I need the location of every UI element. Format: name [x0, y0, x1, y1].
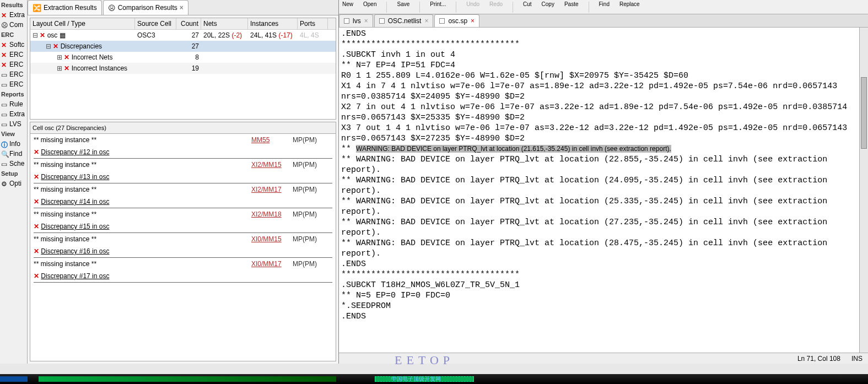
sidebar-find[interactable]: 🔍Find: [0, 149, 27, 159]
open-button[interactable]: Open: [363, 1, 376, 7]
col-instances[interactable]: Instances: [248, 18, 298, 29]
doc-icon: ▭: [1, 81, 8, 88]
instance-link[interactable]: XI0/MM17: [251, 260, 293, 268]
cut-button[interactable]: Cut: [523, 1, 532, 7]
reports-header: Reports: [0, 89, 27, 99]
text-editor[interactable]: .ENDS **********************************…: [339, 28, 859, 353]
instance-type: MP(PM): [293, 161, 317, 169]
collapse-icon[interactable]: ⊟: [33, 31, 38, 39]
x-icon: ✕: [1, 12, 8, 18]
find-button[interactable]: Find: [599, 1, 610, 7]
discrepancy-link[interactable]: Discrepancy #14 in osc: [41, 198, 109, 205]
sidebar-options[interactable]: ⚙Opti: [0, 179, 27, 188]
col-count[interactable]: Count: [176, 18, 201, 29]
tab-extraction[interactable]: 🔀Extraction Results: [28, 0, 102, 15]
print-button[interactable]: Print...: [430, 1, 446, 7]
paste-button[interactable]: Paste: [564, 1, 579, 7]
discrepancy-link[interactable]: Discrepancy #15 in osc: [41, 223, 109, 230]
divider: [513, 2, 513, 13]
tree-row-incorrect-nets[interactable]: ⊞ ✕ Incorrect Nets 8: [30, 52, 336, 63]
sidebar-compare[interactable]: ☹Com: [0, 20, 27, 30]
expand-icon[interactable]: ⊞: [57, 64, 62, 72]
instance-link[interactable]: XI0/MM15: [251, 235, 293, 243]
undo-button[interactable]: Undo: [466, 1, 479, 7]
tree-row-discrepancies[interactable]: ⊟ ✕ Discrepancies 27: [30, 41, 336, 52]
expand-icon[interactable]: ⊞: [57, 53, 62, 61]
sidebar-lvs[interactable]: ▭LVS: [0, 119, 27, 129]
discrepancy-link[interactable]: Discrepancy #12 in osc: [41, 148, 109, 156]
sidebar-extract[interactable]: ✕Extra: [0, 10, 27, 20]
instance-type: MP(PM): [293, 260, 317, 268]
doc-icon: ▭: [1, 111, 8, 117]
results-panel: 🔀Extraction Results ☹Comparison Results×…: [28, 0, 339, 364]
detail-header: Cell osc (27 Discrepancies): [30, 122, 336, 133]
divider: [589, 2, 589, 13]
replace-button[interactable]: Replace: [619, 1, 640, 7]
instance-link[interactable]: XI2/MM17: [251, 186, 293, 193]
new-button[interactable]: New: [342, 1, 353, 7]
tree-row-incorrect-instances[interactable]: ⊞ ✕ Incorrect Instances 19: [30, 63, 336, 74]
vertical-scrollbar[interactable]: [859, 28, 868, 353]
col-layout[interactable]: Layout Cell / Type: [30, 18, 135, 29]
editor-panel: New Open Save Print... Undo Redo Cut Cop…: [339, 0, 868, 364]
file-icon: [344, 18, 349, 24]
cursor-position: Ln 71, Col 108: [797, 355, 840, 363]
close-icon[interactable]: ×: [180, 4, 184, 12]
instance-type: MP(PM): [293, 235, 317, 243]
detail-list[interactable]: ** missing instance **MM55MP(PM)✕ Discre…: [30, 133, 336, 361]
sidebar-erc2[interactable]: ✕ERC: [0, 60, 27, 69]
sidebar-schem[interactable]: ▭Sche: [0, 159, 27, 169]
discrepancy-link[interactable]: Discrepancy #16 in osc: [41, 247, 109, 255]
file-icon: [439, 18, 445, 24]
close-icon[interactable]: ×: [364, 17, 368, 25]
left-sidebar: Results ✕Extra ☹Com ERC ✕Softc ✕ERC ✕ERC…: [0, 0, 28, 364]
col-nets[interactable]: Nets: [201, 18, 248, 29]
save-button[interactable]: Save: [397, 1, 409, 7]
tree-view: Layout Cell / Type Source Cell Count Net…: [30, 18, 336, 120]
collapse-icon[interactable]: ⊟: [46, 42, 51, 50]
x-icon: ✕: [34, 148, 39, 156]
setup-header: Setup: [0, 169, 27, 179]
tab-comparison[interactable]: ☹Comparison Results×: [103, 0, 188, 15]
instance-link[interactable]: XI2/MM18: [251, 210, 293, 218]
info-icon: ⓘ: [1, 140, 8, 147]
taskbar: 中国电子顶级开发网: [0, 374, 868, 384]
copy-button[interactable]: Copy: [542, 1, 554, 7]
gear-icon: ⚙: [1, 180, 8, 187]
tab-lvs[interactable]: lvs×: [339, 14, 373, 27]
tab-oscnetlist[interactable]: OSC.netlist×: [374, 14, 434, 27]
cell-icon: ▦: [60, 31, 66, 39]
sidebar-extra-rpt[interactable]: ▭Extra: [0, 109, 27, 119]
sidebar-erc3[interactable]: ▭ERC: [0, 69, 27, 79]
sidebar-softc[interactable]: ✕Softc: [0, 40, 27, 50]
discrepancy-link[interactable]: Discrepancy #13 in osc: [41, 173, 109, 181]
missing-instance-text: ** missing instance **: [34, 161, 251, 169]
x-icon: ✕: [34, 223, 39, 230]
redo-button[interactable]: Redo: [489, 1, 503, 7]
col-source[interactable]: Source Cell: [135, 18, 176, 29]
instance-type: MP(PM): [293, 136, 317, 144]
sidebar-rule[interactable]: ▭Rule: [0, 99, 27, 109]
instance-link[interactable]: MM55: [251, 136, 293, 144]
tab-oscsp[interactable]: osc.sp×: [434, 14, 479, 27]
instance-type: MP(PM): [293, 186, 317, 193]
tree-row-osc[interactable]: ⊟ ✕ osc ▦ OSC3 27 20L, 22S (-2) 24L, 41S…: [30, 30, 336, 41]
toolbar: New Open Save Print... Undo Redo Cut Cop…: [339, 0, 868, 14]
x-icon: ✕: [64, 64, 69, 72]
missing-instance-text: ** missing instance **: [34, 136, 251, 144]
results-header: Results: [0, 0, 27, 10]
sidebar-erc4[interactable]: ▭ERC: [0, 79, 27, 89]
discrepancy-link[interactable]: Discrepancy #17 in osc: [41, 272, 109, 280]
close-icon[interactable]: ×: [424, 17, 428, 25]
instance-type: MP(PM): [293, 210, 317, 218]
file-icon: [379, 18, 385, 24]
missing-instance-text: ** missing instance **: [34, 235, 251, 243]
insert-mode: INS: [851, 355, 862, 363]
sidebar-erc1[interactable]: ✕ERC: [0, 50, 27, 60]
tree-icon: 🔀: [33, 4, 41, 12]
instance-link[interactable]: XI2/MM15: [251, 161, 293, 169]
sidebar-info[interactable]: ⓘInfo: [0, 139, 27, 149]
scroll-thumb[interactable]: [861, 77, 867, 149]
close-icon[interactable]: ×: [471, 17, 475, 25]
col-ports[interactable]: Ports: [298, 18, 328, 29]
